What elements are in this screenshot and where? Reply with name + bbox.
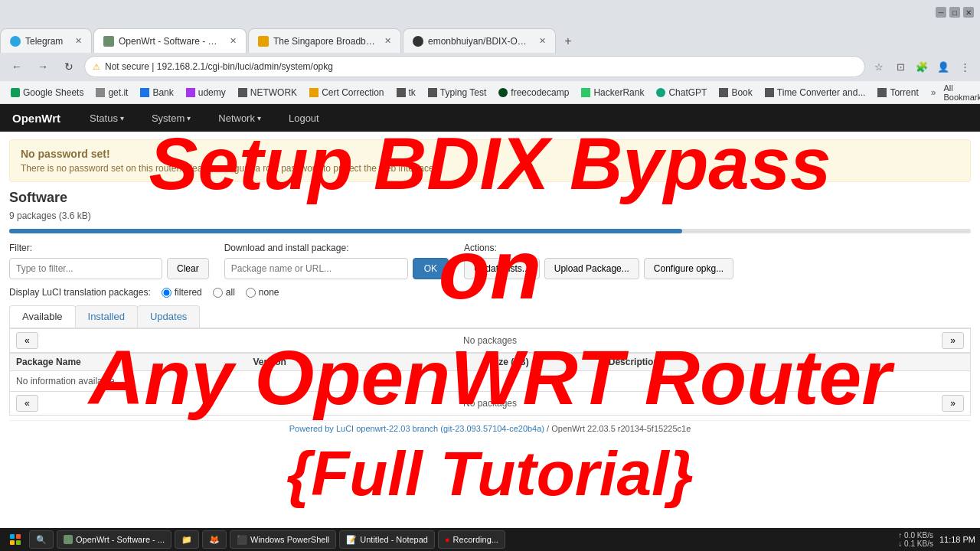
- tab-telegram-close[interactable]: ✕: [75, 36, 82, 46]
- bookmark-bank[interactable]: Bank: [136, 86, 178, 99]
- title-bar: ─ □ ✕: [0, 0, 980, 24]
- taskbar-firefox[interactable]: 🦊: [202, 530, 227, 549]
- taskbar-powershell-label: Windows PowerShell: [250, 535, 329, 544]
- bookmark-freecodecamp[interactable]: freecodecamp: [494, 86, 573, 99]
- back-button[interactable]: ←: [6, 56, 28, 77]
- radio-all-input[interactable]: [213, 288, 223, 298]
- bookmark-star-button[interactable]: ☆: [870, 57, 888, 76]
- package-table-container: « No packages » Package Name Version Siz…: [9, 328, 971, 416]
- filter-input[interactable]: [9, 258, 162, 279]
- tab-openwrt-close[interactable]: ✕: [230, 36, 237, 46]
- upload-package-button[interactable]: Upload Package...: [544, 258, 639, 279]
- download-ok-button[interactable]: OK: [413, 258, 449, 279]
- bookmark-getit[interactable]: get.it: [91, 86, 132, 99]
- browser-chrome: ─ □ ✕ Telegram ✕ OpenWrt - Software - Lu…: [0, 0, 980, 104]
- taskbar-powershell-icon: ⬛: [237, 535, 247, 545]
- package-tabs: Available Installed Updates: [9, 305, 971, 328]
- minimize-button[interactable]: ─: [936, 7, 946, 18]
- bookmark-network[interactable]: NETWORK: [234, 86, 302, 99]
- tab-installed[interactable]: Installed: [75, 305, 138, 328]
- tab-updates[interactable]: Updates: [137, 305, 200, 328]
- bookmark-chatgpt[interactable]: ChatGPT: [652, 86, 711, 99]
- tab-singapore-close[interactable]: ✕: [384, 36, 391, 46]
- tab-telegram[interactable]: Telegram ✕: [0, 28, 92, 53]
- taskbar-openwrt[interactable]: OpenWrt - Software - ...: [57, 530, 172, 549]
- nav-logout[interactable]: Logout: [283, 109, 325, 127]
- footer-link[interactable]: Powered by LuCI openwrt-22.03 branch (gi…: [289, 424, 544, 433]
- bookmark-torrent-label: Torrent: [890, 87, 918, 98]
- bookmark-hackerrank[interactable]: HackerRank: [577, 86, 648, 99]
- github-favicon: [413, 36, 423, 47]
- profile-button[interactable]: 👤: [934, 57, 952, 76]
- col-package-name: Package Name: [16, 357, 253, 367]
- address-bar[interactable]: ⚠ Not secure | 192.168.2.1/cgi-bin/luci/…: [84, 56, 865, 77]
- maximize-button[interactable]: □: [949, 7, 960, 18]
- tab-available[interactable]: Available: [9, 305, 76, 328]
- update-lists-button[interactable]: Update lists...: [464, 258, 540, 279]
- actions-buttons-row: Update lists... Upload Package... Config…: [464, 258, 733, 279]
- bookmark-time-converter[interactable]: Time Converter and...: [760, 86, 871, 99]
- taskbar-openwrt-label: OpenWrt - Software - ...: [76, 535, 165, 544]
- bottom-next-button[interactable]: »: [942, 395, 964, 412]
- bottom-prev-button[interactable]: «: [16, 395, 38, 412]
- forward-button[interactable]: →: [32, 56, 54, 77]
- close-button[interactable]: ✕: [963, 7, 974, 18]
- taskbar-search[interactable]: 🔍: [29, 530, 54, 549]
- filter-label: Filter:: [9, 243, 209, 253]
- bookmark-book-label: Book: [731, 87, 752, 98]
- new-tab-button[interactable]: +: [557, 31, 579, 52]
- nav-system[interactable]: System ▾: [145, 109, 197, 127]
- download-input[interactable]: [224, 258, 408, 279]
- radio-filtered-input[interactable]: [162, 288, 172, 298]
- network-favicon: [238, 88, 247, 97]
- nav-status[interactable]: Status ▾: [83, 109, 130, 127]
- footer-version: / OpenWrt 22.03.5 r20134-5f15225c1e: [547, 424, 691, 433]
- warning-banner: No password set! There is no password se…: [9, 139, 971, 182]
- all-bookmarks-label[interactable]: All Bookmarks: [943, 83, 980, 102]
- taskbar-powershell[interactable]: ⬛ Windows PowerShell: [230, 530, 336, 549]
- more-bookmarks-button[interactable]: »: [926, 86, 941, 99]
- taskbar-recording[interactable]: ● Recording...: [438, 530, 505, 549]
- top-next-button[interactable]: »: [942, 332, 964, 349]
- tab-openwrt[interactable]: OpenWrt - Software - LuCI ✕: [93, 28, 247, 53]
- telegram-favicon: [10, 36, 21, 47]
- nav-network[interactable]: Network ▾: [212, 109, 267, 127]
- tab-github-close[interactable]: ✕: [539, 36, 546, 46]
- col-description: Description: [609, 357, 964, 367]
- radio-none-input[interactable]: [246, 288, 256, 298]
- configure-opkg-button[interactable]: Configure opkg...: [644, 258, 733, 279]
- download-group: Download and install package: OK: [224, 243, 449, 279]
- bookmark-typing-test[interactable]: Typing Test: [423, 86, 491, 99]
- bookmark-google-sheets[interactable]: Google Sheets: [6, 86, 88, 99]
- book-favicon: [719, 88, 728, 97]
- taskbar-openwrt-icon: [64, 535, 73, 544]
- warning-text: There is no password set on this router.…: [21, 163, 959, 174]
- clear-button[interactable]: Clear: [167, 258, 209, 279]
- openwrt-logo[interactable]: OpenWrt: [12, 112, 60, 125]
- address-row: ← → ↻ ⚠ Not secure | 192.168.2.1/cgi-bin…: [0, 52, 980, 81]
- overlay-line4: {Full Tutorial}: [15, 442, 965, 505]
- bookmark-torrent[interactable]: Torrent: [873, 86, 923, 99]
- bookmark-book[interactable]: Book: [714, 86, 756, 99]
- taskbar-file-explorer[interactable]: 📁: [175, 530, 199, 549]
- radio-none[interactable]: none: [246, 287, 279, 298]
- bookmark-tk[interactable]: tk: [392, 86, 420, 99]
- download-label: Download and install package:: [224, 243, 449, 253]
- extension-button[interactable]: 🧩: [913, 57, 931, 76]
- network-dropdown-icon: ▾: [257, 114, 261, 122]
- not-secure-icon: ⚠: [93, 62, 100, 72]
- top-pagination: « No packages »: [10, 329, 970, 353]
- taskbar-notepad[interactable]: 📝 Untitled - Notepad: [339, 530, 435, 549]
- bookmark-cert-correction[interactable]: Cert Correction: [305, 86, 388, 99]
- radio-filtered[interactable]: filtered: [162, 287, 202, 298]
- reload-button[interactable]: ↻: [58, 56, 80, 77]
- start-button[interactable]: [5, 530, 26, 549]
- top-prev-button[interactable]: «: [16, 332, 38, 349]
- menu-button[interactable]: ⋮: [956, 57, 974, 76]
- tab-singapore[interactable]: The Singapore Broadband Spee... ✕: [248, 28, 401, 53]
- bookmark-udemy[interactable]: udemy: [181, 86, 230, 99]
- tab-github[interactable]: emonbhuiyan/BDIX-OpenWRT: 8... ✕: [403, 28, 556, 53]
- screen-cast-button[interactable]: ⊡: [891, 57, 910, 76]
- radio-all[interactable]: all: [213, 287, 235, 298]
- software-title: Software: [9, 190, 971, 206]
